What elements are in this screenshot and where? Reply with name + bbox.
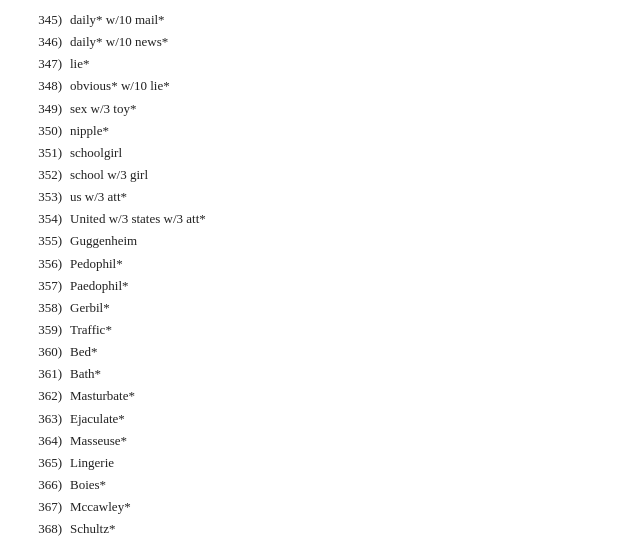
item-number: 365) — [20, 453, 70, 473]
item-text: daily* w/10 mail* — [70, 10, 614, 30]
list-item: 355)Guggenheim — [20, 231, 614, 251]
list-item: 351)schoolgirl — [20, 143, 614, 163]
list-item: 357)Paedophil* — [20, 276, 614, 296]
item-number: 353) — [20, 187, 70, 207]
item-text: school w/3 girl — [70, 165, 614, 185]
item-number: 346) — [20, 32, 70, 52]
numbered-list: 345)daily* w/10 mail*346)daily* w/10 new… — [20, 10, 614, 539]
list-item: 366)Boies* — [20, 475, 614, 495]
item-number: 349) — [20, 99, 70, 119]
list-item: 353)us w/3 att* — [20, 187, 614, 207]
item-text: daily* w/10 news* — [70, 32, 614, 52]
item-text: Mccawley* — [70, 497, 614, 517]
item-number: 351) — [20, 143, 70, 163]
list-item: 359)Traffic* — [20, 320, 614, 340]
item-text: Paedophil* — [70, 276, 614, 296]
list-item: 349)sex w/3 toy* — [20, 99, 614, 119]
item-text: obvious* w/10 lie* — [70, 76, 614, 96]
list-item: 363)Ejaculate* — [20, 409, 614, 429]
item-text: Traffic* — [70, 320, 614, 340]
item-number: 347) — [20, 54, 70, 74]
list-item: 354)United w/3 states w/3 att* — [20, 209, 614, 229]
item-text: Pedophil* — [70, 254, 614, 274]
list-item: 347)lie* — [20, 54, 614, 74]
item-number: 348) — [20, 76, 70, 96]
item-text: Gerbil* — [70, 298, 614, 318]
item-number: 363) — [20, 409, 70, 429]
item-text: sex w/3 toy* — [70, 99, 614, 119]
item-text: nipple* — [70, 121, 614, 141]
list-item: 348)obvious* w/10 lie* — [20, 76, 614, 96]
item-text: Bath* — [70, 364, 614, 384]
list-item: 368)Schultz* — [20, 519, 614, 539]
item-text: Masseuse* — [70, 431, 614, 451]
list-item: 360)Bed* — [20, 342, 614, 362]
item-number: 358) — [20, 298, 70, 318]
item-number: 361) — [20, 364, 70, 384]
item-text: Schultz* — [70, 519, 614, 539]
list-item: 364)Masseuse* — [20, 431, 614, 451]
list-item: 361)Bath* — [20, 364, 614, 384]
item-text: schoolgirl — [70, 143, 614, 163]
item-text: Lingerie — [70, 453, 614, 473]
item-number: 367) — [20, 497, 70, 517]
item-number: 354) — [20, 209, 70, 229]
item-number: 350) — [20, 121, 70, 141]
list-item: 356)Pedophil* — [20, 254, 614, 274]
item-text: Guggenheim — [70, 231, 614, 251]
list-item: 352)school w/3 girl — [20, 165, 614, 185]
item-number: 356) — [20, 254, 70, 274]
item-number: 366) — [20, 475, 70, 495]
item-text: Bed* — [70, 342, 614, 362]
item-text: Boies* — [70, 475, 614, 495]
list-item: 345)daily* w/10 mail* — [20, 10, 614, 30]
item-text: lie* — [70, 54, 614, 74]
item-text: Masturbate* — [70, 386, 614, 406]
item-number: 355) — [20, 231, 70, 251]
item-text: us w/3 att* — [70, 187, 614, 207]
list-item: 350)nipple* — [20, 121, 614, 141]
list-item: 346)daily* w/10 news* — [20, 32, 614, 52]
list-item: 367)Mccawley* — [20, 497, 614, 517]
list-item: 365)Lingerie — [20, 453, 614, 473]
item-text: Ejaculate* — [70, 409, 614, 429]
item-number: 357) — [20, 276, 70, 296]
item-number: 362) — [20, 386, 70, 406]
item-number: 359) — [20, 320, 70, 340]
item-number: 345) — [20, 10, 70, 30]
item-text: United w/3 states w/3 att* — [70, 209, 614, 229]
item-number: 352) — [20, 165, 70, 185]
item-number: 364) — [20, 431, 70, 451]
item-number: 368) — [20, 519, 70, 539]
list-item: 358)Gerbil* — [20, 298, 614, 318]
item-number: 360) — [20, 342, 70, 362]
list-item: 362)Masturbate* — [20, 386, 614, 406]
